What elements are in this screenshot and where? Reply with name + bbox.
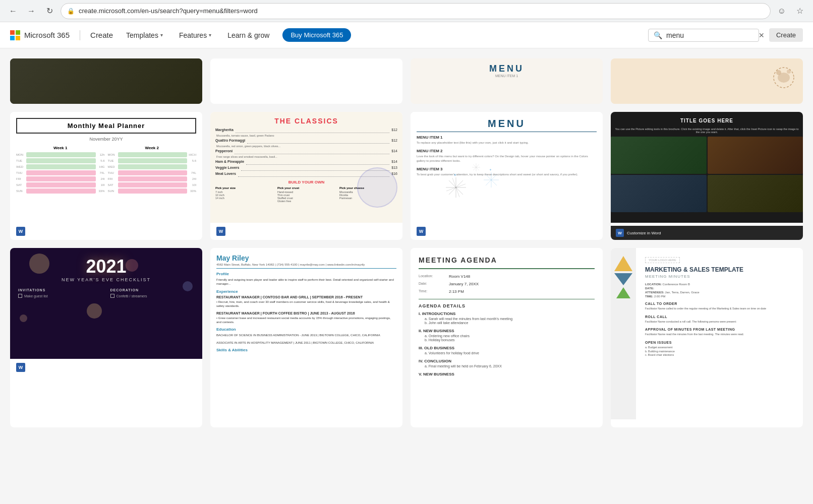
card-footer-rest-menu: W [411,223,603,240]
profile-icon[interactable]: ☺ [775,4,789,18]
template-card-marketing[interactable]: YOUR LOGO HERE MARKETING & SALES TEMPLAT… [611,248,803,427]
resume-profile-text: Friendly and outgoing team player and le… [216,278,396,286]
meal-weeks-grid: Week 1 MON12h TUE5.6 WEDHIG THU74L FRI24… [16,146,196,195]
mkt-subtitle: MEETING MINUTES [645,274,797,279]
meal-week-1: Week 1 MON12h TUE5.6 WEDHIG THU74L FRI24… [16,146,105,195]
resume-contact: 4582 Main Street, Buffalo, New York 1408… [216,263,396,269]
food-grid [611,137,803,212]
bokeh-1 [29,254,49,274]
resume-job1-text: • Recruit, hire, train, and coach over 3… [216,300,396,308]
template-card-agenda[interactable]: MEETING AGENDA Location: Room V148 Date:… [411,248,603,427]
resume-experience-title: Experience [216,289,396,294]
pizza-watermark [357,167,397,208]
mkt-section-3: APPROVAL OF MINUTES FROM LAST MEETING [645,328,797,331]
learn-grow-nav-label: Learn & grow [227,31,269,39]
card-footer-meal-planner: W [10,223,202,240]
animal-doodle-icon [769,62,799,93]
brand-text: Microsoft 365 [24,31,70,39]
agenda-item-3: III. OLD BUSINESS a. Volunteers for holi… [419,346,595,355]
marketing-preview: YOUR LOGO HERE MARKETING & SALES TEMPLAT… [611,248,803,419]
card-footer-marketing [611,419,803,427]
partial-card-chalkboard[interactable] [10,58,202,104]
search-box[interactable]: 🔍 ✕ [648,29,759,42]
mkt-meta-time: TIME: 2:00 PM [645,295,797,298]
templates-nav[interactable]: Templates ▾ [123,29,166,41]
card-footer-agenda [411,419,603,427]
mkt-title: MARKETING & SALES TEMPLATE [645,266,797,273]
card-footer-pizza: W [210,223,402,240]
resume-skills-title: Skills & Abilities [216,348,396,352]
template-card-pizza-menu[interactable]: THE CLASSICS Margherita$12 Mozzarella, t… [210,112,402,240]
bokeh-5 [20,314,27,322]
create-link[interactable]: Create [90,31,113,39]
customize-overlay[interactable]: W Customize in Word [611,226,803,240]
word-icon-rest-menu: W [417,227,426,236]
agenda-date: Date: January 7, 20XX [419,282,595,286]
pizza-menu-preview: THE CLASSICS Margherita$12 Mozzarella, t… [210,112,402,223]
resume-edu2: ASSOCIATE IN ARTS IN HOSPITALITY MANAGEM… [216,341,396,345]
features-chevron-icon: ▾ [209,32,211,38]
partial-card-animal[interactable] [611,58,803,104]
decoration-col: DECORATION Confetti / streamers [110,288,195,299]
create-button[interactable]: Create [769,28,803,42]
resume-education-title: Education [216,327,396,332]
marketing-left-bar [611,248,636,419]
food-img-3 [611,175,707,212]
template-card-meal-planner[interactable]: Monthly Meal Planner November 20YY Week … [10,112,202,240]
mkt-meta-date: DATE: [645,287,797,290]
agenda-details-title: AGENDA DETAILS [419,299,595,308]
features-nav[interactable]: Features ▾ [176,29,214,41]
checkbox-1[interactable] [18,294,22,298]
app-header: Microsoft 365 Create Templates ▾ Feature… [0,22,813,48]
agenda-item-4: IV. CONCLUSION a. Final meeting will be … [419,359,595,368]
agenda-item-5: V. NEW BUSINESS [419,372,595,376]
checkbox-2[interactable] [110,294,114,298]
agenda-item-2: II. NEW BUSINESS a. Ordering new office … [419,329,595,342]
svg-point-3 [778,73,790,83]
meal-planner-date: November 20YY [16,137,196,142]
mkt-meta-attendees: ATTENDEES: Jan, Terra, Darren, Grace [645,291,797,294]
templates-chevron-icon: ▾ [160,32,163,38]
word-icon-nye: W [16,363,25,372]
bokeh-4 [87,303,102,319]
bookmark-icon[interactable]: ☆ [793,4,807,18]
meal-planner-title: Monthly Meal Planner [16,118,196,134]
bokeh-2 [126,259,138,272]
template-card-resume[interactable]: May Riley 4582 Main Street, Buffalo, New… [210,248,402,427]
partial-card-fireworks[interactable]: MENU MENU ITEM 1 [411,58,603,104]
template-card-rest-brochure[interactable]: TITLE GOES HERE You can use the Picture … [611,112,803,240]
microsoft-logo[interactable]: Microsoft 365 [10,30,70,40]
meal-week-2: Week 2 MONHICH TUE5.6 WED THU74L FRI24l … [108,146,197,195]
back-button[interactable]: ← [6,4,20,18]
svg-point-2 [787,70,791,74]
nye-subtitle: NEW YEAR'S EVE CHECKLIST [18,277,194,282]
buy-button[interactable]: Buy Microsoft 365 [282,28,351,42]
forward-button[interactable]: → [24,4,38,18]
learn-grow-nav[interactable]: Learn & grow [224,29,272,41]
food-img-4 [708,175,803,212]
search-input[interactable] [666,31,754,39]
template-card-nye[interactable]: 2021 NEW YEAR'S EVE CHECKLIST INVITATION… [10,248,202,427]
resume-job2: RESTAURANT MANAGER | FOURTH COFFEE BISTR… [216,311,396,315]
agenda-item-1: I. INTRODUCTIONS a. Sarah will read the … [419,311,595,325]
triangle-blue-icon [614,273,632,285]
meal-planner-preview: Monthly Meal Planner November 20YY Week … [10,112,202,223]
search-icon: 🔍 [654,31,662,39]
triangle-green-icon [616,287,630,298]
url-text: create.microsoft.com/en-us/search?query=… [79,7,258,15]
address-bar[interactable]: 🔒 create.microsoft.com/en-us/search?quer… [61,3,771,19]
resume-job2-text: • Grew customer base and increased resta… [216,316,396,325]
reload-button[interactable]: ↻ [42,4,56,18]
resume-job1: RESTAURANT MANAGER | CONTOSO BAR AND GRI… [216,295,396,299]
word-icon-overlay: W [616,229,624,237]
mkt-logo-placeholder: YOUR LOGO HERE [645,257,680,263]
browser-chrome: ← → ↻ 🔒 create.microsoft.com/en-us/searc… [0,0,813,22]
partial-card-empty[interactable] [210,58,402,104]
bokeh-3 [183,281,193,291]
resume-name: May Riley [216,254,396,262]
nye-preview: 2021 NEW YEAR'S EVE CHECKLIST INVITATION… [10,248,202,359]
clear-search-icon[interactable]: ✕ [759,31,765,39]
mkt-meta-location: LOCATION: Conference Room B [645,283,797,286]
template-card-rest-menu[interactable]: MENU MENU ITEM 1 To replace any placehol… [411,112,603,240]
top-partial-row: MENU MENU ITEM 1 [10,58,803,104]
